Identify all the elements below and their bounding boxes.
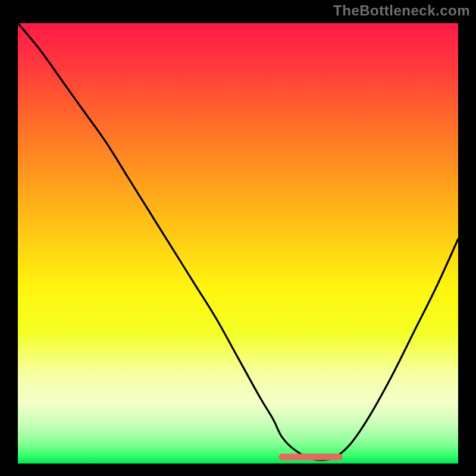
chart-plot-area [18, 23, 458, 464]
watermark-text: TheBottleneck.com [333, 2, 470, 19]
chart-background-gradient [18, 23, 458, 464]
chart-svg [18, 23, 458, 464]
